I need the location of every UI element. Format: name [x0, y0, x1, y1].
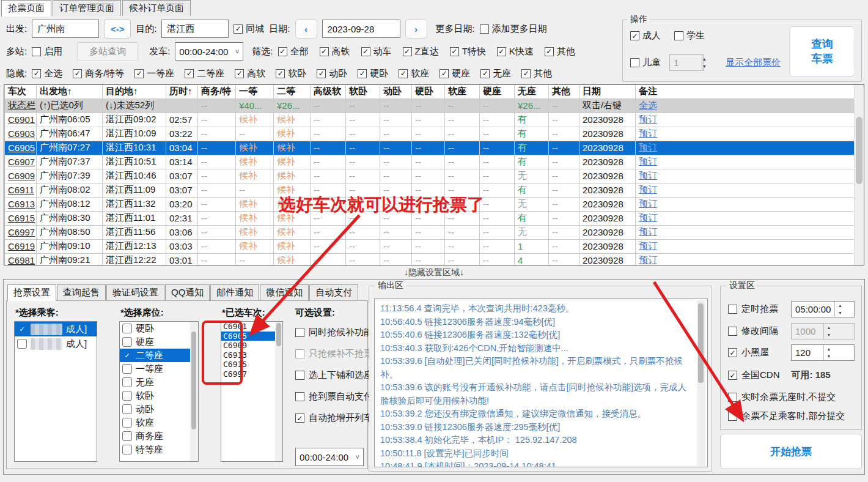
depart-time-select[interactable]: 00:00-24:00˅	[175, 42, 243, 61]
selected-train-C6913[interactable]: C6913	[221, 350, 282, 360]
selected-train-C6909[interactable]: C6909	[221, 341, 282, 350]
hide-checkbox-其他[interactable]: 其他	[521, 68, 552, 80]
hide-checkbox-无座[interactable]: 无座	[480, 68, 511, 80]
seat-item-特等座[interactable]: 特等座	[120, 443, 198, 456]
book-link[interactable]: 预订	[639, 184, 657, 195]
selected-train-C6997[interactable]: C6997	[221, 369, 282, 379]
column-header-软卧[interactable]: 软卧	[346, 85, 380, 98]
checkbox-icon[interactable]	[361, 47, 370, 56]
passenger-item[interactable]: 成人]	[15, 336, 97, 351]
same-city-checkbox[interactable]: 同城	[234, 23, 264, 35]
checkbox-icon[interactable]	[480, 69, 490, 78]
start-grab-button[interactable]: 开始抢票	[720, 434, 862, 469]
table-row-selected[interactable]: C6905广州南07:27湛江西10:3103:04--候补候补--------…	[5, 141, 855, 155]
checkbox-icon[interactable]	[480, 24, 489, 34]
checkbox-icon[interactable]	[358, 69, 367, 78]
hide-checkbox-二等座[interactable]: 二等座	[185, 68, 224, 80]
settings-tab-自动支付[interactable]: 自动支付	[309, 284, 358, 300]
train-code-link[interactable]: C6915	[5, 211, 37, 225]
log-scrollbar-thumb[interactable]	[698, 303, 704, 383]
checkbox-icon[interactable]	[630, 58, 639, 67]
hide-checkbox-高软[interactable]: 高软	[235, 68, 265, 80]
dest-input[interactable]: 湛江西	[161, 20, 229, 38]
blackroom-checkbox[interactable]	[728, 348, 737, 357]
hide-settings-divider[interactable]: ↓隐藏设置区域↓	[0, 267, 868, 279]
checkbox-icon[interactable]	[235, 69, 244, 78]
settings-tab-邮件通知[interactable]: 邮件通知	[210, 284, 259, 300]
column-header-动卧[interactable]: 动卧	[380, 85, 412, 98]
checkbox-icon[interactable]	[32, 69, 41, 78]
selected-train-C6915[interactable]: C6915	[221, 360, 282, 369]
table-row[interactable]: C6907广州南07:37湛江西10:5103:14--候补候补--------…	[5, 155, 855, 169]
train-code-link[interactable]: C6907	[5, 155, 37, 169]
book-link[interactable]: 预订	[639, 156, 657, 166]
train-code-link[interactable]: C6905	[5, 141, 37, 155]
book-link[interactable]: 预订	[639, 128, 657, 138]
adult-checkbox[interactable]: 成人	[630, 30, 661, 42]
hide-checkbox-一等座[interactable]: 一等座	[134, 68, 174, 80]
settings-tab-查询起售[interactable]: 查询起售	[57, 284, 106, 300]
column-header-二等[interactable]: 二等	[274, 85, 311, 98]
partial-submit-checkbox[interactable]	[728, 412, 737, 421]
swap-stations-button[interactable]: <->	[104, 19, 131, 39]
interval-checkbox[interactable]	[728, 327, 737, 336]
checkbox-icon[interactable]	[450, 47, 459, 56]
filter-checkbox-动车[interactable]: 动车	[361, 46, 392, 57]
book-link[interactable]: 预订	[639, 240, 657, 251]
checkbox-icon[interactable]	[134, 69, 144, 78]
column-header-日期[interactable]: 日期	[579, 85, 636, 98]
checkbox-icon[interactable]	[122, 404, 132, 414]
checkbox-icon[interactable]	[122, 418, 132, 428]
checkbox-icon[interactable]	[278, 47, 287, 56]
checkbox-icon[interactable]	[630, 31, 639, 40]
table-row[interactable]: C6903广州南06:47湛江西10:0903:22----候补--------…	[5, 127, 855, 141]
book-link[interactable]: 预订	[639, 226, 657, 237]
checkbox-icon[interactable]	[234, 24, 243, 34]
column-header-硬卧[interactable]: 硬卧	[412, 85, 445, 98]
checkbox-icon[interactable]	[32, 47, 41, 56]
column-header-备注[interactable]: 备注	[636, 85, 855, 98]
train-scrollbar-thumb[interactable]	[276, 323, 281, 346]
checkbox-icon[interactable]	[122, 431, 132, 441]
option-同时抢候补功能[interactable]: 同时抢候补功能	[295, 327, 373, 338]
book-link[interactable]: 预订	[639, 198, 657, 209]
hide-checkbox-商务/特等[interactable]: 商务/特等	[73, 68, 124, 80]
option-只抢候补不抢票[interactable]: 只抢候补不抢票	[295, 348, 373, 360]
column-header-车次[interactable]: 车次	[5, 85, 37, 98]
seat-item-硬卧[interactable]: 硬卧	[120, 322, 198, 335]
column-header-出发地↑[interactable]: 出发地↑	[37, 85, 103, 98]
checkbox-icon[interactable]	[276, 69, 285, 78]
table-scrollbar-thumb[interactable]	[856, 117, 862, 184]
book-link[interactable]: 预订	[639, 254, 657, 265]
hide-checkbox-全选[interactable]: 全选	[32, 68, 62, 80]
checkbox-icon[interactable]	[122, 337, 132, 347]
table-row[interactable]: C6919广州南09:10湛江西12:1303:03--候补候补--------…	[5, 239, 855, 253]
hide-checkbox-动卧[interactable]: 动卧	[317, 68, 347, 80]
hide-checkbox-软卧[interactable]: 软卧	[276, 68, 306, 80]
checkbox-icon[interactable]	[185, 69, 194, 78]
log-scrollbar[interactable]	[697, 300, 705, 466]
checkbox-icon[interactable]	[545, 47, 554, 56]
table-row[interactable]: C6997广州南08:50湛江西11:5603:06--候补候补--------…	[5, 225, 855, 239]
column-header-一等[interactable]: 一等	[236, 85, 274, 98]
hide-checkbox-软座[interactable]: 软座	[399, 68, 429, 80]
checkbox-icon[interactable]	[399, 69, 408, 78]
book-link[interactable]: 预订	[639, 142, 657, 152]
cdn-checkbox[interactable]	[728, 371, 737, 380]
seat-scrollbar-thumb[interactable]	[191, 332, 196, 429]
child-checkbox[interactable]: 儿童	[630, 57, 661, 69]
stepper-arrows-icon[interactable]: ▲▼	[702, 55, 707, 70]
tab-候补订单页面[interactable]: 候补订单页面	[122, 0, 191, 16]
seat-item-硬座[interactable]: 硬座	[120, 335, 198, 349]
checkbox-icon[interactable]	[320, 47, 329, 56]
student-checkbox[interactable]: 学生	[674, 30, 705, 42]
interval-stepper[interactable]: 1000▲▼	[791, 323, 855, 339]
filter-checkbox-K快速[interactable]: K快速	[497, 46, 534, 57]
seat-item-软座[interactable]: 软座	[120, 416, 198, 429]
add-more-dates-checkbox[interactable]: 添加更多日期	[480, 23, 547, 35]
timed-grab-checkbox[interactable]	[728, 305, 737, 314]
passenger-item[interactable]: 成人]	[15, 322, 97, 336]
timed-grab-time-stepper[interactable]: 05:00:00▲▼	[791, 301, 855, 317]
checkbox-icon[interactable]	[295, 413, 304, 423]
child-count-stepper[interactable]: 1 ▲▼	[669, 54, 704, 71]
